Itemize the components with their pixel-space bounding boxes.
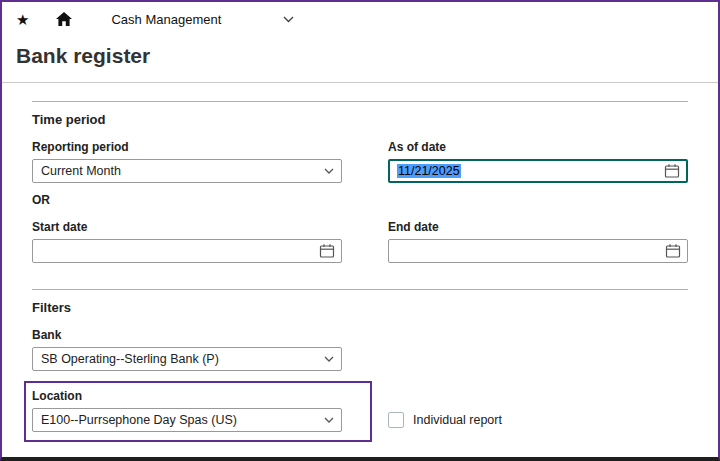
title-divider	[2, 82, 718, 83]
as-of-date-label: As of date	[388, 140, 688, 154]
reporting-period-select[interactable]: Current Month	[32, 159, 342, 183]
end-date-label: End date	[388, 220, 688, 234]
bank-select[interactable]: SB Operating--Sterling Bank (P)	[32, 347, 342, 371]
start-date-input[interactable]	[32, 239, 342, 263]
bank-field: Bank SB Operating--Sterling Bank (P)	[32, 315, 342, 371]
as-of-date-value: 11/21/2025	[397, 164, 461, 178]
time-period-heading: Time period	[32, 112, 688, 127]
favorite-star-icon[interactable]: ★	[16, 12, 29, 27]
location-highlight-box: Location E100--Purrsephone Day Spas (US)	[24, 381, 372, 442]
as-of-date-input[interactable]: 11/21/2025	[388, 159, 688, 183]
chevron-down-icon	[324, 168, 334, 174]
individual-report-label: Individual report	[413, 413, 502, 427]
app-window: ★ Cash Management Bank register Time per…	[0, 0, 720, 461]
as-of-date-field: As of date 11/21/2025	[388, 127, 688, 183]
filters-section: Filters Bank SB Operating--Sterling Bank…	[32, 289, 688, 442]
top-bar: ★ Cash Management	[2, 2, 718, 36]
location-value: E100--Purrsephone Day Spas (US)	[41, 413, 237, 427]
reporting-period-value: Current Month	[41, 164, 121, 178]
chevron-down-icon	[324, 417, 334, 423]
start-date-label: Start date	[32, 220, 342, 234]
section-divider	[32, 289, 688, 290]
calendar-icon[interactable]	[319, 243, 335, 259]
individual-report-field: Individual report	[388, 412, 688, 442]
application-menu-label: Cash Management	[111, 12, 221, 27]
section-divider	[32, 101, 688, 102]
location-select[interactable]: E100--Purrsephone Day Spas (US)	[32, 408, 342, 432]
calendar-icon[interactable]	[665, 243, 681, 259]
home-icon[interactable]	[55, 11, 73, 27]
individual-report-checkbox[interactable]	[388, 412, 404, 428]
bank-value: SB Operating--Sterling Bank (P)	[41, 352, 219, 366]
calendar-icon[interactable]	[664, 163, 680, 179]
bank-label: Bank	[32, 328, 342, 342]
page-title: Bank register	[16, 44, 718, 68]
location-label: Location	[32, 389, 342, 403]
reporting-period-field: Reporting period Current Month	[32, 127, 342, 183]
reporting-period-label: Reporting period	[32, 140, 342, 154]
application-menu[interactable]: Cash Management	[111, 12, 294, 27]
start-date-field: Start date	[32, 207, 342, 263]
or-label: OR	[32, 193, 688, 207]
chevron-down-icon	[324, 356, 334, 362]
end-date-field: End date	[388, 207, 688, 263]
end-date-input[interactable]	[388, 239, 688, 263]
filters-heading: Filters	[32, 300, 688, 315]
time-period-section: Time period Reporting period Current Mon…	[32, 101, 688, 263]
chevron-down-icon	[283, 16, 294, 23]
